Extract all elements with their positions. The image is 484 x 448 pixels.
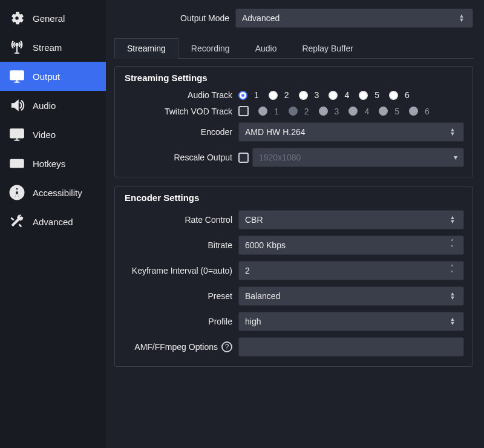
audio-track-radio-5[interactable] (359, 91, 368, 100)
tab-audio[interactable]: Audio (243, 38, 290, 59)
sidebar-item-stream[interactable]: Stream (0, 33, 106, 62)
sidebar-item-output[interactable]: Output (0, 62, 106, 91)
twitch-vod-label: Twitch VOD Track (123, 107, 238, 116)
group-title: Encoder Settings (125, 193, 464, 203)
profile-label: Profile (123, 317, 238, 326)
twitch-vod-radio-6 (409, 107, 418, 116)
amf-label: AMF/FFmpeg Options (134, 342, 218, 352)
stepper-icon[interactable]: ˄˅ (446, 239, 457, 251)
profile-value: high (245, 317, 261, 326)
rescale-value: 1920x1080 (259, 153, 301, 162)
audio-track-radio-1[interactable] (238, 91, 247, 100)
sidebar-item-accessibility[interactable]: Accessibility (0, 178, 106, 207)
preset-value: Balanced (245, 291, 280, 301)
tab-label: Streaming (127, 44, 166, 53)
sidebar-item-label: Hotkeys (33, 159, 65, 169)
rescale-checkbox[interactable] (238, 153, 249, 163)
tab-recording[interactable]: Recording (178, 38, 243, 59)
radio-label: 1 (274, 107, 279, 116)
profile-select[interactable]: high ▲▼ (238, 312, 464, 331)
help-icon[interactable]: ? (221, 341, 232, 352)
tab-label: Recording (191, 44, 230, 53)
sidebar-item-label: Output (33, 71, 60, 82)
tools-icon (8, 213, 25, 230)
radio-label: 5 (374, 90, 379, 100)
chevron-down-icon: ▾ (454, 153, 457, 162)
group-title: Streaming Settings (125, 73, 464, 83)
keyframe-input[interactable]: 2 ˄˅ (238, 261, 464, 280)
keyframe-label: Keyframe Interval (0=auto) (123, 266, 238, 275)
antenna-icon (8, 39, 25, 56)
accessibility-icon (8, 184, 25, 201)
sidebar-item-audio[interactable]: Audio (0, 91, 106, 120)
preset-label: Preset (123, 291, 238, 301)
bitrate-input[interactable]: 6000 Kbps ˄˅ (238, 236, 464, 255)
audio-track-radio-2[interactable] (269, 91, 278, 100)
twitch-vod-radio-1 (258, 107, 267, 116)
radio-label: 3 (315, 90, 319, 100)
radio-label: 5 (394, 107, 399, 116)
output-mode-label: Output Mode (114, 13, 235, 23)
radio-label: 6 (425, 107, 430, 116)
encoder-value: AMD HW H.264 (245, 127, 306, 137)
encoder-select[interactable]: AMD HW H.264 ▲▼ (238, 122, 464, 142)
rescale-label: Rescale Output (123, 153, 238, 162)
output-mode-select[interactable]: Advanced ▲▼ (235, 8, 473, 28)
radio-label: 4 (344, 90, 349, 100)
encoder-label: Encoder (123, 127, 238, 137)
updown-icon: ▲▼ (457, 14, 466, 22)
tab-replay-buffer[interactable]: Replay Buffer (289, 38, 366, 59)
encoder-settings-group: Encoder Settings Rate Control CBR ▲▼ Bit… (114, 186, 473, 367)
output-icon (8, 68, 25, 85)
rescale-select[interactable]: 1920x1080 ▾ (252, 148, 464, 167)
sidebar-item-video[interactable]: Video (0, 120, 106, 149)
sidebar-item-label: Audio (33, 100, 56, 111)
audio-track-radios: 1 2 3 4 5 6 (238, 90, 464, 100)
preset-select[interactable]: Balanced ▲▼ (238, 286, 464, 306)
rate-control-select[interactable]: CBR ▲▼ (238, 210, 464, 229)
keyframe-value: 2 (245, 266, 250, 275)
twitch-vod-checkbox[interactable] (238, 106, 249, 116)
updown-icon: ▲▼ (448, 317, 457, 326)
twitch-vod-radio-2 (289, 107, 298, 116)
settings-main: Output Mode Advanced ▲▼ Streaming Record… (106, 0, 484, 448)
rate-control-value: CBR (245, 215, 263, 225)
radio-label: 6 (405, 90, 410, 100)
gear-icon (8, 10, 25, 27)
sidebar-item-label: Advanced (33, 217, 73, 227)
audio-track-radio-6[interactable] (389, 91, 398, 100)
tab-label: Audio (255, 44, 277, 53)
twitch-vod-radio-4 (348, 107, 358, 116)
sidebar-item-label: Video (33, 130, 56, 140)
stepper-icon[interactable]: ˄˅ (446, 265, 457, 277)
sidebar-item-general[interactable]: General (0, 4, 106, 33)
audio-track-radio-4[interactable] (329, 91, 338, 100)
sidebar-item-advanced[interactable]: Advanced (0, 207, 106, 236)
audio-track-label: Audio Track (123, 90, 238, 100)
twitch-vod-controls: 1 2 3 4 5 6 (238, 106, 464, 116)
svg-point-5 (16, 188, 18, 190)
output-mode-value: Advanced (242, 13, 280, 23)
radio-label: 4 (364, 107, 369, 116)
radio-label: 2 (284, 90, 289, 100)
streaming-settings-group: Streaming Settings Audio Track 1 2 3 4 5… (114, 66, 473, 177)
radio-label: 3 (335, 107, 339, 116)
tab-streaming[interactable]: Streaming (114, 38, 178, 59)
sidebar-item-hotkeys[interactable]: Hotkeys (0, 149, 106, 178)
audio-track-radio-3[interactable] (299, 91, 308, 100)
radio-label: 1 (254, 90, 259, 100)
monitor-icon (8, 126, 25, 143)
svg-rect-2 (10, 129, 24, 137)
speaker-icon (8, 97, 25, 114)
amf-input[interactable] (238, 337, 464, 357)
keyboard-icon (8, 155, 25, 172)
updown-icon: ▲▼ (448, 292, 457, 300)
sidebar-item-label: General (33, 13, 65, 24)
sidebar-item-label: Stream (33, 42, 62, 53)
updown-icon: ▲▼ (448, 128, 457, 136)
rate-control-label: Rate Control (123, 215, 238, 225)
settings-sidebar: General Stream Output Audio Video Hotkey… (0, 0, 106, 448)
bitrate-label: Bitrate (123, 240, 238, 250)
bitrate-value: 6000 Kbps (245, 240, 286, 250)
sidebar-item-label: Accessibility (33, 188, 82, 198)
